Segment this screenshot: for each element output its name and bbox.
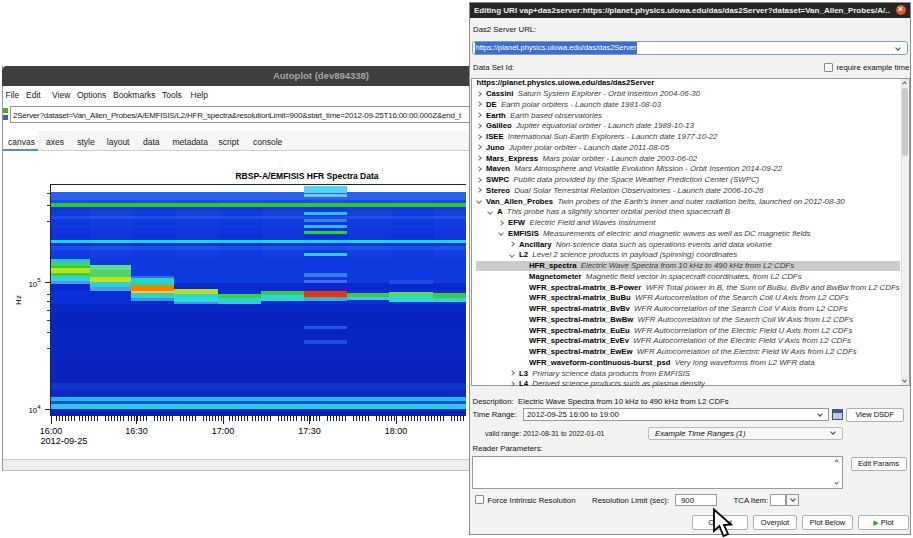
svg-text:Hz: Hz bbox=[14, 295, 23, 305]
svg-text:17:30: 17:30 bbox=[298, 426, 321, 436]
svg-text:5: 5 bbox=[37, 277, 41, 283]
svg-text:4: 4 bbox=[37, 404, 41, 410]
svg-text:17:00: 17:00 bbox=[212, 426, 235, 436]
svg-text:18:00: 18:00 bbox=[385, 426, 408, 436]
svg-text:2012-09-25: 2012-09-25 bbox=[40, 436, 87, 446]
svg-text:16:00: 16:00 bbox=[40, 426, 63, 436]
svg-text:16:30: 16:30 bbox=[125, 426, 148, 436]
